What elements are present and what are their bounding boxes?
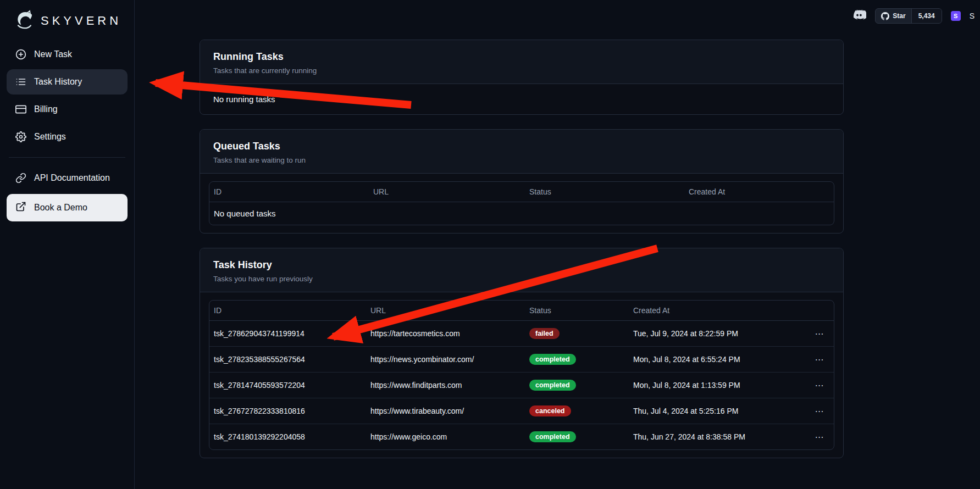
status-badge: failed xyxy=(529,328,560,339)
cell-status: completed xyxy=(525,424,629,449)
cell-url: https://news.ycombinator.com/ xyxy=(366,348,525,371)
cell-status: completed xyxy=(525,347,629,372)
status-badge: completed xyxy=(529,431,576,442)
table-row[interactable]: tsk_276727822333810816 https://www.tirab… xyxy=(209,398,834,424)
discord-icon[interactable] xyxy=(852,8,866,24)
table-row[interactable]: tsk_278629043741199914 https://tartecosm… xyxy=(209,321,834,347)
running-tasks-empty: No running tasks xyxy=(200,84,843,114)
gear-icon xyxy=(15,131,26,142)
cell-url: https://tartecosmetics.com xyxy=(366,322,525,345)
cell-url: https://www.tirabeauty.com/ xyxy=(366,399,525,423)
cell-created-at: Thu, Jun 27, 2024 at 8:38:58 PM xyxy=(629,425,805,448)
running-tasks-title: Running Tasks xyxy=(213,51,830,63)
column-header-created-at: Created At xyxy=(684,182,834,202)
cell-status: completed xyxy=(525,373,629,398)
plus-circle-icon xyxy=(15,49,26,60)
running-tasks-card: Running Tasks Tasks that are currently r… xyxy=(200,40,844,115)
cell-created-at: Mon, Jul 8, 2024 at 1:13:59 PM xyxy=(629,374,805,397)
table-row[interactable]: tsk_274180139292204058 https://www.geico… xyxy=(209,424,834,449)
cell-created-at: Mon, Jul 8, 2024 at 6:55:24 PM xyxy=(629,348,805,371)
cell-status: failed xyxy=(525,321,629,346)
column-header-url: URL xyxy=(369,182,525,202)
cell-url: https://www.geico.com xyxy=(366,425,525,448)
task-history-title: Task History xyxy=(213,259,830,271)
brand-name: SKYVERN xyxy=(41,14,121,28)
queued-tasks-header: Queued Tasks Tasks that are waiting to r… xyxy=(200,130,843,174)
cell-id: tsk_274180139292204058 xyxy=(209,425,366,448)
github-star-widget[interactable]: Star 5,434 xyxy=(875,8,942,24)
cell-url: https://www.finditparts.com xyxy=(366,374,525,397)
cell-created-at: Tue, Jul 9, 2024 at 8:22:59 PM xyxy=(629,322,805,345)
queued-tasks-table: ID URL Status Created At No queued tasks xyxy=(209,181,834,225)
list-icon xyxy=(15,76,26,87)
github-icon xyxy=(881,12,889,20)
user-name: S xyxy=(970,12,975,20)
sidebar-item-task-history[interactable]: Task History xyxy=(7,69,128,95)
queued-tasks-subtitle: Tasks that are waiting to run xyxy=(213,156,830,164)
task-history-card: Task History Tasks you have run previous… xyxy=(200,248,844,458)
row-actions-button[interactable]: ⋯ xyxy=(805,347,834,372)
status-badge: completed xyxy=(529,354,576,365)
task-history-subtitle: Tasks you have run previously xyxy=(213,275,830,283)
task-history-header: Task History Tasks you have run previous… xyxy=(200,248,843,292)
queued-tasks-title: Queued Tasks xyxy=(213,141,830,152)
row-actions-button[interactable]: ⋯ xyxy=(805,399,834,424)
queued-table-header-row: ID URL Status Created At xyxy=(209,182,834,202)
cell-id: tsk_278235388555267564 xyxy=(209,348,366,371)
main-content: Running Tasks Tasks that are currently r… xyxy=(135,0,980,489)
column-header-status: Status xyxy=(525,182,684,202)
sidebar-nav: New Task Task History Billing Settings xyxy=(7,42,128,221)
sidebar-item-label: Billing xyxy=(34,104,58,114)
running-tasks-subtitle: Tasks that are currently running xyxy=(213,66,830,75)
skyvern-logo-icon xyxy=(12,10,36,32)
queued-tasks-card: Queued Tasks Tasks that are waiting to r… xyxy=(200,129,844,234)
task-history-table: ID URL Status Created At tsk_27862904374… xyxy=(209,300,834,450)
sidebar-item-settings[interactable]: Settings xyxy=(7,124,128,149)
sidebar-divider xyxy=(9,157,125,158)
cell-created-at: Thu, Jul 4, 2024 at 5:25:16 PM xyxy=(629,399,805,423)
book-a-demo-label: Book a Demo xyxy=(34,203,87,213)
column-header-created-at: Created At xyxy=(629,301,805,320)
column-header-id: ID xyxy=(209,301,366,320)
topbar: Star 5,434 S S xyxy=(852,8,975,24)
cell-id: tsk_276727822333810816 xyxy=(209,399,366,423)
column-header-status: Status xyxy=(525,301,629,320)
queued-tasks-empty: No queued tasks xyxy=(209,202,834,225)
brand[interactable]: SKYVERN xyxy=(7,8,128,42)
sidebar-item-label: Settings xyxy=(34,132,66,142)
cell-id: tsk_278629043741199914 xyxy=(209,322,366,345)
github-star-label: Star xyxy=(893,12,905,20)
history-table-body: tsk_278629043741199914 https://tartecosm… xyxy=(209,321,834,449)
sidebar-item-new-task[interactable]: New Task xyxy=(7,42,128,67)
book-a-demo-button[interactable]: Book a Demo xyxy=(7,194,128,221)
external-link-icon xyxy=(15,201,26,214)
column-header-actions xyxy=(805,305,834,316)
running-tasks-header: Running Tasks Tasks that are currently r… xyxy=(200,40,843,84)
column-header-id: ID xyxy=(209,182,369,202)
sidebar: SKYVERN New Task Task History Billing Se… xyxy=(0,0,135,489)
user-avatar[interactable]: S xyxy=(951,11,961,21)
sidebar-item-label: API Documentation xyxy=(34,173,110,183)
sidebar-item-billing[interactable]: Billing xyxy=(7,97,128,122)
status-badge: completed xyxy=(529,380,576,391)
history-table-header-row: ID URL Status Created At xyxy=(209,301,834,321)
sidebar-item-label: New Task xyxy=(34,49,72,59)
row-actions-button[interactable]: ⋯ xyxy=(805,425,834,449)
row-actions-button[interactable]: ⋯ xyxy=(805,373,834,398)
link-icon xyxy=(15,173,26,184)
row-actions-button[interactable]: ⋯ xyxy=(805,321,834,346)
credit-card-icon xyxy=(15,104,26,115)
cell-id: tsk_278147405593572204 xyxy=(209,374,366,397)
column-header-url: URL xyxy=(366,301,525,320)
table-row[interactable]: tsk_278235388555267564 https://news.ycom… xyxy=(209,347,834,373)
sidebar-item-api-documentation[interactable]: API Documentation xyxy=(7,165,128,191)
table-row[interactable]: tsk_278147405593572204 https://www.findi… xyxy=(209,373,834,398)
sidebar-item-label: Task History xyxy=(34,77,82,87)
cell-status: canceled xyxy=(525,398,629,424)
github-star-count: 5,434 xyxy=(911,9,942,23)
status-badge: canceled xyxy=(529,405,571,416)
